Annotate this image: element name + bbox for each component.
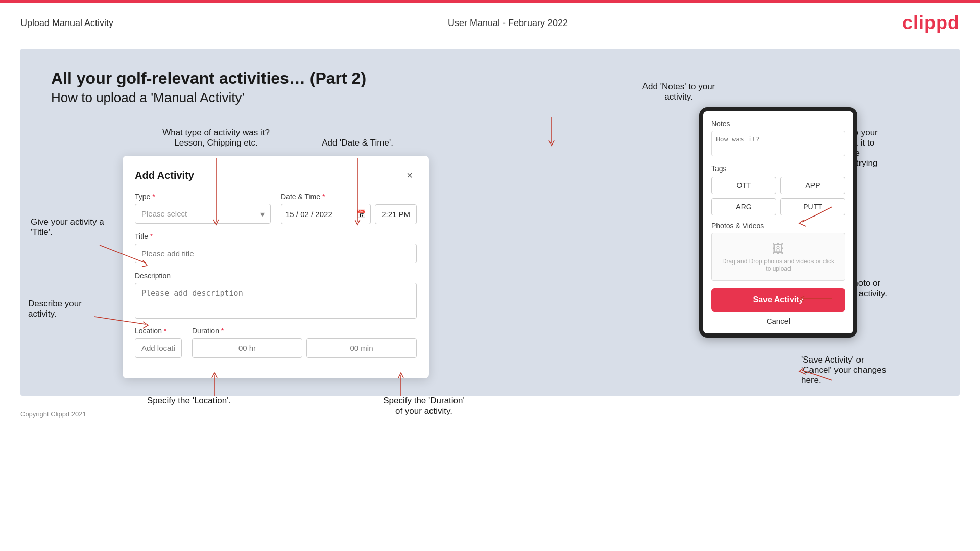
page-title: All your golf-relevant activities… (Part… bbox=[51, 69, 929, 88]
copyright: Copyright Clippd 2021 bbox=[20, 410, 86, 418]
time-input[interactable]: 2:21 PM bbox=[375, 204, 417, 224]
duration-inputs bbox=[192, 338, 417, 358]
location-callout: Specify the 'Location'. bbox=[138, 396, 240, 406]
type-group: Type * Please select ▾ bbox=[135, 193, 271, 224]
save-callout: 'Save Activity' or'Cancel' your changesh… bbox=[801, 355, 944, 386]
dialog-title: Add Activity bbox=[135, 170, 194, 181]
location-label: Location * bbox=[135, 327, 182, 335]
desc-callout: Describe youractivity. bbox=[28, 299, 110, 319]
tag-putt[interactable]: PUTT bbox=[780, 198, 845, 215]
tag-app[interactable]: APP bbox=[780, 177, 845, 194]
duration-group: Duration * bbox=[192, 327, 417, 358]
title-callout: Give your activity a'Title'. bbox=[31, 217, 117, 237]
phone-inner: Notes Tags OTT APP ARG PUTT Photos & Vid… bbox=[703, 111, 853, 333]
notes-input[interactable] bbox=[711, 131, 845, 156]
tags-grid: OTT APP ARG PUTT bbox=[711, 177, 845, 215]
photos-upload-text: Drag and Drop photos and videos or click… bbox=[720, 258, 836, 272]
location-group: Location * bbox=[135, 327, 182, 358]
page-label: Upload Manual Activity bbox=[20, 18, 113, 29]
photo-icon: 🖼 bbox=[720, 242, 836, 256]
photos-label: Photos & Videos bbox=[711, 222, 845, 230]
notes-label: Notes bbox=[711, 119, 845, 128]
datetime-inputs: 15 / 02 / 2022 📅 2:21 PM bbox=[281, 204, 417, 224]
dialog-header: Add Activity × bbox=[135, 168, 417, 182]
tag-ott[interactable]: OTT bbox=[711, 177, 776, 194]
location-input[interactable] bbox=[135, 338, 182, 358]
top-bar: Upload Manual Activity User Manual - Feb… bbox=[0, 3, 980, 38]
tags-section: Tags OTT APP ARG PUTT bbox=[711, 164, 845, 215]
main-content: All your golf-relevant activities… (Part… bbox=[20, 49, 960, 396]
logo: clippd bbox=[902, 12, 960, 34]
date-input[interactable]: 15 / 02 / 2022 📅 bbox=[281, 204, 371, 224]
duration-label: Duration * bbox=[192, 327, 417, 335]
desc-label: Description bbox=[135, 272, 417, 280]
type-callout: What type of activity was it?Lesson, Chi… bbox=[157, 128, 275, 148]
duration-min-input[interactable] bbox=[306, 338, 417, 358]
type-label: Type * bbox=[135, 193, 271, 201]
cancel-link[interactable]: Cancel bbox=[711, 317, 845, 325]
tags-label: Tags bbox=[711, 164, 845, 173]
tag-arg[interactable]: ARG bbox=[711, 198, 776, 215]
datetime-callout: Add 'Date & Time'. bbox=[306, 138, 409, 148]
title-label: Title * bbox=[135, 232, 417, 241]
type-select-wrapper[interactable]: Please select ▾ bbox=[135, 204, 271, 224]
title-input[interactable] bbox=[135, 244, 417, 263]
add-activity-dialog: Add Activity × Type * Please select ▾ Da… bbox=[123, 156, 429, 378]
location-duration-row: Location * Duration * bbox=[135, 327, 417, 358]
type-select[interactable]: Please select bbox=[135, 204, 271, 224]
duration-callout: Specify the 'Duration'of your activity. bbox=[352, 396, 495, 416]
page-subtitle: How to upload a 'Manual Activity' bbox=[51, 90, 929, 106]
datetime-group: Date & Time * 15 / 02 / 2022 📅 2:21 PM bbox=[281, 193, 417, 224]
title-group: Title * bbox=[135, 232, 417, 263]
desc-input[interactable] bbox=[135, 283, 417, 319]
photos-upload-area[interactable]: 🖼 Drag and Drop photos and videos or cli… bbox=[711, 233, 845, 281]
photos-section: Photos & Videos 🖼 Drag and Drop photos a… bbox=[711, 222, 845, 281]
date-value: 15 / 02 / 2022 bbox=[285, 210, 332, 219]
notes-callout: Add 'Notes' to youractivity. bbox=[628, 82, 730, 102]
type-date-row: Type * Please select ▾ Date & Time * 15 … bbox=[135, 193, 417, 224]
calendar-icon: 📅 bbox=[356, 209, 366, 219]
save-activity-button[interactable]: Save Activity bbox=[711, 288, 845, 312]
desc-group: Description bbox=[135, 272, 417, 319]
datetime-label: Date & Time * bbox=[281, 193, 417, 201]
close-button[interactable]: × bbox=[402, 168, 417, 182]
duration-hr-input[interactable] bbox=[192, 338, 302, 358]
time-value: 2:21 PM bbox=[381, 210, 410, 219]
phone-mockup: Notes Tags OTT APP ARG PUTT Photos & Vid… bbox=[699, 107, 857, 338]
manual-label: User Manual - February 2022 bbox=[448, 18, 568, 29]
